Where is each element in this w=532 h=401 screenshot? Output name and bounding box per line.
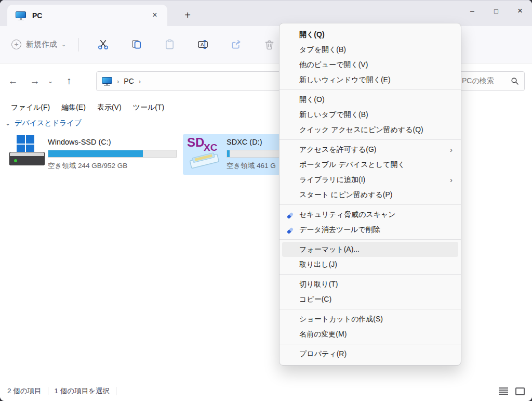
new-item-label: 新規作成 — [26, 40, 57, 49]
delete-button[interactable] — [258, 33, 281, 56]
menu-separator — [280, 204, 461, 205]
menu-item[interactable]: タブを開く(B) — [282, 42, 458, 57]
clipboard-icon — [164, 38, 176, 50]
capacity-bar-fill — [227, 150, 230, 157]
free-space-label: 空き領域 461 G — [227, 161, 276, 171]
menu-item[interactable]: データ消去ツールで削除 — [282, 222, 458, 237]
menu-item[interactable]: 切り取り(T) — [282, 277, 458, 292]
menu-item[interactable]: アクセスを許可する(G)› — [282, 142, 458, 157]
menu-item[interactable]: ポータブル デバイスとして開く — [282, 157, 458, 172]
menu-item[interactable]: 他のビューで開く(V) — [282, 57, 458, 72]
cut-button[interactable] — [91, 33, 114, 56]
menu-item-label: コピー(C) — [299, 295, 331, 303]
tab-title: PC — [32, 11, 149, 20]
history-chevron-icon[interactable]: ⌄ — [45, 72, 56, 90]
menu-item-label: タブを開く(B) — [299, 45, 346, 54]
free-space-label: 空き領域 244 GB/952 GB — [48, 161, 127, 171]
submenu-chevron-icon: › — [450, 172, 453, 187]
chevron-down-icon: ⌄ — [61, 41, 66, 48]
minimize-button[interactable]: – — [460, 1, 484, 21]
status-bar: 2 個の項目 1 個の項目を選択 — [0, 381, 532, 401]
pill-icon — [286, 210, 295, 219]
menu-item-label: 取り出し(J) — [299, 260, 337, 268]
close-button[interactable]: × — [508, 1, 532, 21]
menu-item[interactable]: 新しいウィンドウで開く(E) — [282, 72, 458, 87]
menu-item[interactable]: クイック アクセスにピン留めする(Q) — [282, 122, 458, 137]
monitor-icon — [16, 11, 26, 20]
maximize-button[interactable]: □ — [484, 1, 508, 21]
status-divider — [48, 387, 48, 395]
menu-item[interactable]: ショートカットの作成(S) — [282, 312, 458, 327]
item-count-label: 2 個の項目 — [7, 386, 42, 396]
details-view-icon[interactable] — [499, 387, 508, 395]
menu-item-label: フォーマット(A)... — [299, 245, 360, 253]
menu-item[interactable]: コピー(C) — [282, 292, 458, 307]
drive-tile-windows-ssd[interactable]: Windows-SSD (C:) 空き領域 244 GB/952 GB — [4, 134, 180, 175]
window-controls: – □ × — [460, 1, 532, 27]
menu-item-label: 名前の変更(M) — [299, 330, 347, 338]
section-header-label: デバイスとドライブ — [15, 119, 82, 128]
back-button[interactable]: ← — [4, 72, 22, 90]
menu-item-label: 切り取り(T) — [299, 280, 338, 288]
menu-separator — [280, 344, 461, 344]
menu-item[interactable]: スタート にピン留めする(P) — [282, 187, 458, 202]
up-button[interactable]: ↑ — [60, 72, 78, 90]
new-tab-button[interactable]: + — [180, 8, 195, 23]
rename-button[interactable]: A — [191, 33, 214, 56]
title-bar: PC × + – □ × — [0, 0, 532, 26]
explorer-window: PC × + – □ × + 新規作成 ⌄ — [0, 0, 532, 401]
submenu-chevron-icon: › — [450, 142, 453, 157]
svg-text:A: A — [200, 42, 204, 47]
menu-item-label: アクセスを許可する(G) — [299, 145, 377, 153]
menu-separator — [280, 89, 461, 90]
menu-item-label: ポータブル デバイスとして開く — [299, 160, 405, 169]
menu-item[interactable]: 名前の変更(M) — [282, 327, 458, 342]
menubar-item[interactable]: 表示(V) — [91, 101, 127, 114]
menu-item-label: ライブラリに追加(I) — [299, 175, 365, 184]
search-icon — [511, 77, 519, 85]
forward-button[interactable]: → — [26, 72, 44, 90]
copy-button[interactable] — [125, 33, 148, 56]
svg-text:XC: XC — [204, 142, 218, 153]
menu-item[interactable]: プロパティ(R) — [282, 346, 458, 361]
selection-count-label: 1 個の項目を選択 — [55, 386, 110, 396]
menu-separator — [280, 239, 461, 240]
menu-item-label: データ消去ツールで削除 — [299, 225, 380, 234]
menu-item-label: ショートカットの作成(S) — [299, 315, 383, 323]
tab-pc[interactable]: PC × — [7, 5, 167, 27]
menu-item[interactable]: ライブラリに追加(I)› — [282, 172, 458, 187]
menu-separator — [280, 139, 461, 140]
large-icons-view-icon[interactable] — [515, 387, 525, 395]
tab-close-icon[interactable]: × — [149, 9, 161, 22]
menubar-item[interactable]: 編集(E) — [56, 101, 91, 114]
address-bar[interactable]: › PC › — [96, 71, 304, 91]
scissors-icon — [97, 38, 109, 50]
section-devices-and-drives[interactable]: ⌄ デバイスとドライブ — [5, 119, 82, 128]
windows-logo-icon — [17, 135, 34, 153]
share-button[interactable] — [224, 33, 247, 56]
drive-name: Windows-SSD (C:) — [48, 138, 111, 146]
menu-item[interactable]: フォーマット(A)... — [282, 242, 458, 257]
search-box[interactable]: PCの検索 — [456, 71, 525, 91]
menu-separator — [280, 274, 461, 275]
menu-item[interactable]: 開く(O) — [282, 92, 458, 107]
menu-item[interactable]: 取り出し(J) — [282, 257, 458, 272]
menu-item-label: スタート にピン留めする(P) — [299, 190, 393, 199]
menu-item-label: 他のビューで開く(V) — [299, 60, 368, 69]
menu-item[interactable]: セキュリティ脅威のスキャン — [282, 207, 458, 222]
status-divider — [116, 387, 116, 395]
drive-name: SDXC (D:) — [227, 138, 262, 146]
svg-text:SD: SD — [187, 135, 204, 149]
rename-icon: A — [197, 38, 209, 50]
new-item-button[interactable]: + 新規作成 ⌄ — [11, 40, 66, 49]
menubar-item[interactable]: ツール(T) — [127, 101, 170, 114]
share-icon — [230, 38, 242, 50]
paste-button[interactable] — [158, 33, 181, 56]
menu-item[interactable]: 新しいタブで開く(B) — [282, 107, 458, 122]
capacity-bar-fill — [48, 150, 143, 157]
breadcrumb-pc[interactable]: PC — [124, 77, 134, 85]
capacity-bar — [48, 150, 177, 158]
menu-item[interactable]: 開く(Q) — [282, 27, 458, 42]
menu-item-label: プロパティ(R) — [299, 350, 347, 358]
menubar-item[interactable]: ファイル(F) — [5, 101, 56, 114]
